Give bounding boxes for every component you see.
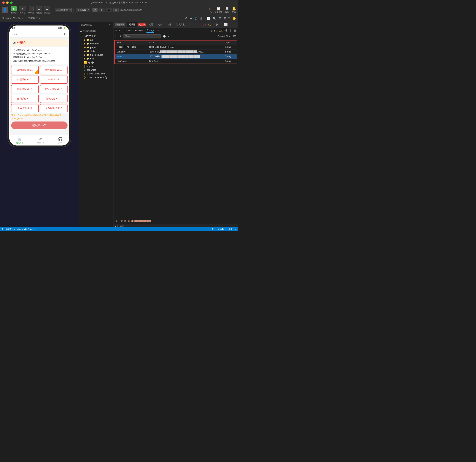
course-btn-6[interactable]: 全网课程 ¥0.01 — [11, 95, 39, 103]
link-4[interactable]: 开源仓库: https://gitee.com/yangbuyi/wxDemo — [13, 59, 66, 62]
mode-select[interactable]: 小程序模式 — [55, 8, 72, 12]
table-row[interactable]: __DC_STAT_UUID 16942730985975139755 Stri… — [115, 45, 237, 50]
course-btn-8[interactable]: Java课程 ¥0.1 — [11, 104, 39, 112]
more-icon[interactable]: □ — [228, 17, 230, 20]
terminal-tab[interactable]: 终端 — [165, 22, 173, 27]
device-selector[interactable]: iPhone X 100% 16 ▼ — [2, 17, 23, 20]
course-btn-4[interactable]: 随机课程 ¥0.01 — [11, 85, 39, 93]
detail-btn[interactable]: ☰ 详情 — [225, 7, 229, 14]
nav-buy[interactable]: 🛒 购买课程 — [16, 137, 24, 144]
upload-btn[interactable]: ⬆ 上传 — [208, 7, 212, 14]
folder-static[interactable]: ▶ 📁 static — [79, 49, 113, 53]
course-btn-0[interactable]: Java课程 ¥0.01 — [11, 66, 39, 74]
gear-icon[interactable]: ⚙ — [215, 23, 218, 26]
course-btn-9[interactable]: 大数据课程 ¥0.2 — [40, 104, 68, 112]
debugger-tool[interactable]: ≡ 调试器 — [28, 6, 34, 14]
phone-icon[interactable]: 📱 — [194, 17, 198, 20]
minimize-devtools-btn[interactable]: — — [229, 23, 232, 26]
hot-reload-toggle[interactable]: 热重载 关 ▼ — [28, 17, 41, 20]
project-root[interactable]: ▼ MP-WEIXIN — [79, 34, 113, 38]
more-menu-icon[interactable]: ⋮ — [220, 23, 222, 26]
folder-common[interactable]: ▶ 📁 common — [79, 42, 113, 46]
clear-cache-icon-btn[interactable]: ≋ — [113, 8, 119, 12]
folder-common-name: common — [90, 42, 99, 45]
link-2[interactable]: PC端微信支付系统: https://lzys522.cn/wx — [13, 52, 66, 55]
copy-icon[interactable]: ⎘ — [200, 17, 202, 20]
debugger-btn[interactable]: ≡ — [29, 6, 34, 11]
link-1[interactable]: 个人博客网站: https://yby6.com — [13, 49, 66, 51]
confirm-pay-btn[interactable]: 确认支付V3 — [11, 121, 68, 129]
filter-input[interactable] — [123, 34, 161, 38]
course-btn-5[interactable]: 自定义课程 ¥0.01 — [40, 85, 68, 93]
folder-utils[interactable]: ▶ 📁 utils — [79, 57, 113, 60]
console-tab[interactable]: Console — [124, 28, 132, 33]
editor-tool[interactable]: </> 编辑器 — [19, 6, 26, 14]
expand-icon[interactable]: ⬜ — [224, 23, 228, 26]
refresh-storage-btn[interactable]: ↺ — [119, 35, 121, 38]
search-icon[interactable]: 🔍 — [213, 17, 216, 20]
storage-target-icon[interactable]: ⊙ — [115, 35, 117, 38]
version-btn[interactable]: 📋 版本管理 — [215, 7, 222, 14]
folder-pages[interactable]: ▶ 📁 pages — [79, 46, 113, 49]
menu-icon[interactable]: ⋮ — [229, 29, 232, 32]
avatar[interactable]: 👤 — [2, 7, 8, 13]
issues-tab[interactable]: 问题 — [147, 22, 155, 27]
play-icon[interactable]: ▶ — [190, 17, 192, 20]
folder-uni-modules[interactable]: ▶ 📁 uni_modules — [79, 53, 113, 57]
link-3[interactable]: 博客项目案例: https://lzys522.cn — [13, 56, 66, 59]
opened-editors-header[interactable]: ▶ 打开的编辑器 — [79, 29, 113, 34]
file-appjs[interactable]: 🟨 app.js — [79, 60, 113, 64]
message-btn[interactable]: 🔔 消息 — [232, 7, 236, 14]
clear-filter-icon[interactable]: ✕ — [167, 35, 169, 38]
simulator-tool[interactable]: ▣ 模拟器 — [11, 6, 17, 14]
maximize-button[interactable] — [10, 1, 13, 4]
hand-icon[interactable]: ✋ — [232, 17, 236, 20]
course-btn-3[interactable]: UI程 ¥0.01 — [40, 76, 68, 84]
cloud-btn[interactable]: ☁ — [44, 6, 50, 11]
refresh-icon[interactable]: ↺ — [185, 17, 187, 20]
close-devtools-btn[interactable]: ✕ — [234, 23, 236, 26]
network-tab[interactable]: Network — [135, 28, 144, 33]
nav-orders[interactable]: 🛍 我的订单 — [37, 137, 44, 144]
settings-icon[interactable]: ⚙ — [225, 29, 228, 32]
grid-icon[interactable]: ⊞ — [224, 17, 226, 20]
mode-selector[interactable]: 小程序模式 — [55, 8, 72, 12]
clipboard-icon[interactable]: 📄 — [207, 17, 210, 20]
file-tree-more[interactable]: ••• — [109, 24, 111, 26]
storage-tab[interactable]: Storage — [146, 28, 154, 33]
more-storage-tab[interactable]: » — [157, 28, 159, 33]
nav-about[interactable]: 🎧 关于 — [58, 137, 63, 144]
editor-btn[interactable]: </> — [19, 6, 26, 11]
table-row-selected[interactable]: token o6Yr-5KkiX2███████████████████████… — [115, 54, 237, 59]
cloud-tool[interactable]: ☁ 云开发 — [44, 6, 50, 14]
table-row[interactable]: nickName TrouBles String — [115, 59, 237, 64]
code-quality-tab[interactable]: 代码质量 — [174, 22, 187, 27]
copy-path-icon[interactable]: ⎘ — [35, 228, 36, 230]
compile-selector[interactable]: 普通编译 — [76, 8, 90, 12]
table-row[interactable]: avatarUrl http://tmp/y██████████████████… — [115, 50, 237, 54]
compile-select[interactable]: 普通编译 — [76, 8, 90, 12]
course-btn-7[interactable]: 测试支付 ¥0.01 — [40, 95, 68, 103]
course-btn-1[interactable]: 大数据课程 ¥0.01 — [40, 66, 68, 74]
file-appjson[interactable]: {} app.json — [79, 64, 113, 68]
course-btn-2[interactable]: 前端课程 ¥0.01 — [11, 76, 39, 84]
output-tab[interactable]: 输出 — [156, 22, 164, 27]
folder-api[interactable]: ▶ 📁 api — [79, 38, 113, 42]
file-appwxss[interactable]: S app.wxss — [79, 68, 113, 72]
visual-btn[interactable]: ⊞ — [36, 6, 42, 11]
build-tab[interactable]: 构建 300 — [115, 23, 125, 26]
dock-icon[interactable]: ⊞ — [234, 29, 236, 32]
minimize-button[interactable] — [6, 1, 9, 4]
simulator-btn[interactable]: ▣ — [11, 6, 17, 11]
close-button[interactable] — [2, 1, 5, 4]
file-projectprivate[interactable]: {} project.private.config... — [79, 76, 113, 79]
wxml-tab[interactable]: Wxml — [115, 28, 121, 33]
real-debug-icon-btn[interactable]: 📱 — [106, 8, 112, 12]
refresh-btn[interactable]: ↺ — [93, 8, 98, 12]
debugger-tab[interactable]: 调试器 — [127, 22, 137, 27]
visual-tool[interactable]: ⊞ 可视化 — [36, 6, 42, 14]
file-projectconfig[interactable]: {} project.config.json — [79, 72, 113, 76]
debug-icon[interactable]: ⚙ — [219, 17, 221, 20]
preview-icon-btn[interactable]: 👁 — [99, 8, 104, 12]
status-gear[interactable]: ⚙ — [212, 228, 214, 230]
